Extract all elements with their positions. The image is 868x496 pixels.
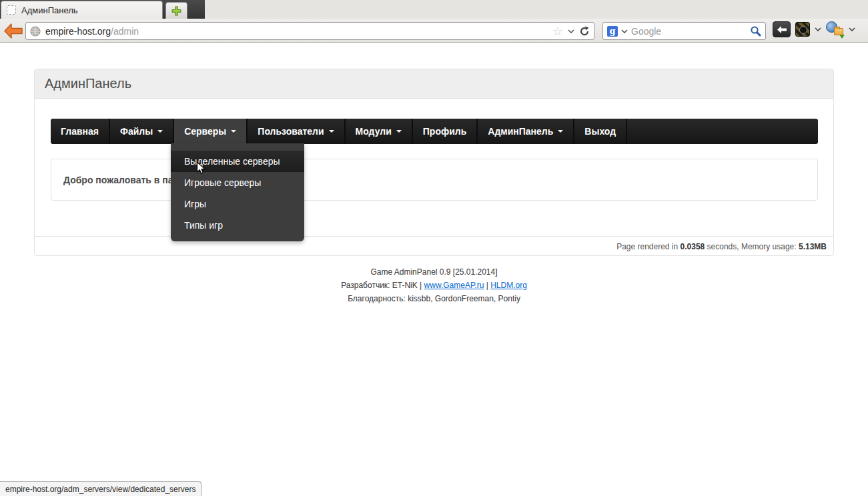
page-title: АдминПанель xyxy=(45,76,131,91)
nav-item-0[interactable]: Главная xyxy=(51,119,109,144)
url-history-dropdown-icon[interactable] xyxy=(568,29,574,33)
google-icon: g xyxy=(607,26,618,37)
mouse-cursor xyxy=(196,161,206,175)
nav-item-4[interactable]: Модули xyxy=(346,119,412,144)
download-dropdown-icon[interactable] xyxy=(849,27,855,31)
servers-dropdown-menu: Выделенные серверыИгровые серверыИгрыТип… xyxy=(171,143,304,241)
bookmark-star-icon[interactable]: ☆ xyxy=(552,25,563,37)
nav-item-label: Выход xyxy=(584,126,616,137)
search-bar[interactable]: g Google xyxy=(602,22,766,40)
nav-item-label: Профиль xyxy=(423,126,467,137)
panel-header: АдминПанель xyxy=(35,69,833,99)
nav-item-label: АдминПанель xyxy=(488,126,553,137)
dropdown-item-3[interactable]: Типы игр xyxy=(171,215,304,236)
nav-item-label: Серверы xyxy=(184,126,226,137)
tab-strip: АдминПанель xyxy=(0,0,868,19)
url-host: empire-host.org xyxy=(45,26,111,37)
nav-item-3[interactable]: Пользователи xyxy=(248,119,344,144)
search-placeholder[interactable]: Google xyxy=(631,26,747,37)
url-path: /admin xyxy=(111,26,139,37)
panel-toggle-arrow-icon xyxy=(777,26,787,33)
tab-title: АдминПанель xyxy=(21,5,78,15)
nav-item-label: Файлы xyxy=(120,126,153,137)
footer-thanks: Благодарность: kissbb, GordonFreeman, Po… xyxy=(0,292,868,305)
gameap-link[interactable]: www.GameAP.ru xyxy=(424,281,484,290)
status-bar: empire-host.org/adm_servers/view/dedicat… xyxy=(0,481,201,496)
extension-dropdown-icon[interactable] xyxy=(815,27,821,31)
caret-down-icon xyxy=(329,130,334,133)
panel-footer: Page rendered in 0.0358 seconds, Memory … xyxy=(35,236,833,256)
nav-item-5[interactable]: Профиль xyxy=(413,119,477,144)
new-tab-plus-icon xyxy=(171,6,181,16)
dropdown-item-0[interactable]: Выделенные серверы xyxy=(171,151,304,172)
caret-down-icon xyxy=(231,130,236,133)
footer-developer: Разработчик: ET-NiK | www.GameAP.ru | HL… xyxy=(0,279,868,292)
admin-panel-container: АдминПанель ГлавнаяФайлыСерверыПользоват… xyxy=(34,69,834,256)
favicon-placeholder-icon xyxy=(7,5,16,15)
panel-toggle-button[interactable] xyxy=(773,21,791,37)
new-tab-button[interactable] xyxy=(165,2,187,19)
url-bar[interactable]: empire-host.org/admin ☆ xyxy=(25,22,594,40)
welcome-text: Добро пожаловать в пане xyxy=(63,175,184,185)
nav-item-label: Модули xyxy=(356,126,392,137)
site-footer: Game AdminPanel 0.9 [25.01.2014] Разрабо… xyxy=(0,265,868,305)
browser-tab[interactable]: АдминПанель xyxy=(1,1,163,19)
nav-item-2[interactable]: Серверы xyxy=(174,119,246,144)
globe-icon xyxy=(30,26,41,37)
nav-item-label: Главная xyxy=(61,126,99,137)
caret-down-icon xyxy=(558,130,563,133)
caret-down-icon xyxy=(396,130,402,133)
footer-version: Game AdminPanel 0.9 [25.01.2014] xyxy=(0,265,868,279)
search-engine-dropdown-icon[interactable] xyxy=(621,29,628,33)
navbar: ГлавнаяФайлыСерверыПользователиМодулиПро… xyxy=(51,119,818,144)
back-icon[interactable] xyxy=(3,23,23,39)
memory-usage: 5.13MB xyxy=(799,242,827,251)
url-text[interactable]: empire-host.org/admin xyxy=(45,26,548,37)
hldm-link[interactable]: HLDM.org xyxy=(490,281,527,290)
status-link-target: empire-host.org/adm_servers/view/dedicat… xyxy=(5,485,195,494)
search-icon[interactable] xyxy=(750,25,761,37)
nav-item-6[interactable]: АдминПанель xyxy=(478,119,573,144)
nav-item-label: Пользователи xyxy=(258,126,324,137)
render-stats: Page rendered in 0.0358 seconds, Memory … xyxy=(616,242,827,251)
download-globe-icon[interactable] xyxy=(826,21,844,37)
welcome-box: Добро пожаловать в пане xyxy=(51,159,818,201)
nav-item-1[interactable]: Файлы xyxy=(110,119,173,144)
nav-item-7[interactable]: Выход xyxy=(574,119,626,144)
download-arrow-icon xyxy=(839,35,845,39)
render-time: 0.0358 xyxy=(681,242,705,251)
navbar-filler xyxy=(627,119,818,144)
extension-icon[interactable] xyxy=(795,22,810,37)
dropdown-item-1[interactable]: Игровые серверы xyxy=(171,172,304,193)
dropdown-item-2[interactable]: Игры xyxy=(171,193,304,215)
toolbar-right-cluster xyxy=(773,21,855,37)
caret-down-icon xyxy=(157,130,163,133)
reload-icon[interactable] xyxy=(579,26,590,37)
